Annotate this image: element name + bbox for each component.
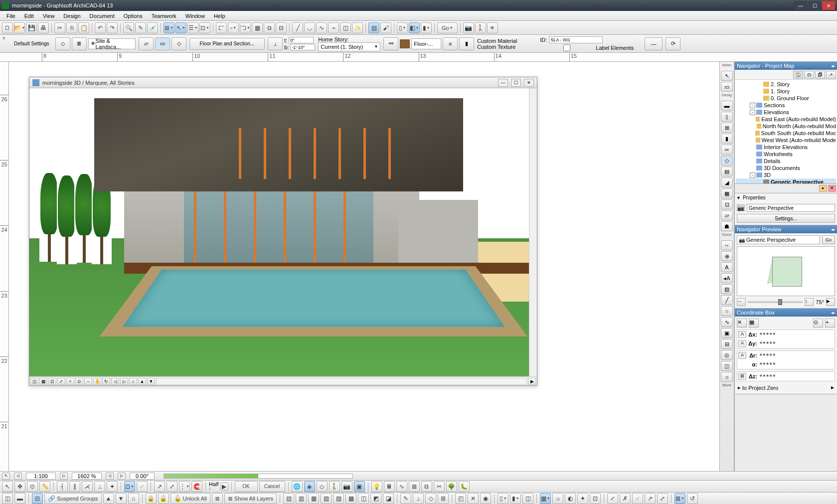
cb-special-icon[interactable]: ✦ — [107, 481, 118, 492]
gb-e3-icon[interactable]: ◫ — [522, 493, 533, 504]
gb-g5-icon[interactable]: ⤢ — [657, 493, 668, 504]
minimize-button[interactable]: — — [794, 1, 807, 10]
mesh-tool-icon[interactable]: ▦ — [721, 188, 733, 198]
cb-snap-mode-icon[interactable]: ⊡▼ — [124, 481, 135, 492]
tree-item[interactable]: West West (Auto-rebuild Mode — [736, 137, 836, 144]
camera-icon[interactable]: 📷 — [463, 22, 474, 33]
link-icon[interactable]: ⚯ — [383, 37, 398, 50]
close-button[interactable]: ✕ — [822, 1, 835, 10]
geometry-rect-icon[interactable]: ▭ — [155, 37, 170, 50]
gb-b9-icon[interactable]: ◪ — [383, 493, 394, 504]
nav-layout-icon[interactable]: 🗐 — [815, 71, 825, 79]
lock-y-icon[interactable]: A — [738, 340, 746, 347]
cb-axon-icon[interactable]: ◇ — [317, 481, 328, 492]
floor-combo[interactable]: Floor-... — [411, 38, 441, 49]
gb-h1-icon[interactable]: ⊠▼ — [674, 493, 685, 504]
spline2-tool-icon[interactable]: ∿ — [721, 317, 733, 327]
preview-zoom-in-icon[interactable]: ↕ — [805, 298, 814, 306]
scale-right-icon[interactable]: ▷ — [60, 473, 68, 480]
menu-document[interactable]: Document — [85, 12, 119, 20]
lock-x-icon[interactable]: A — [738, 331, 746, 338]
section-tool-icon[interactable]: ⊟ — [721, 339, 733, 349]
gb-g4-icon[interactable]: ↗ — [645, 493, 656, 504]
label-elements-checkbox[interactable] — [540, 44, 594, 51]
geometry-polygon-icon[interactable]: ▱ — [139, 37, 154, 50]
lock-z-icon[interactable]: ⊞ — [738, 373, 746, 380]
cb-walk2-icon[interactable]: 🚶 — [329, 481, 340, 492]
coord-reference[interactable]: to Project Zero — [742, 385, 778, 391]
navigator-tree[interactable]: 2. Story1. Story0. Ground Floor-Sections… — [735, 80, 837, 183]
3d-close-icon[interactable]: ✕ — [524, 79, 534, 87]
coord-origin-icon[interactable]: ✕ — [737, 319, 747, 328]
trace-icon[interactable]: ☰▼ — [187, 22, 198, 33]
story-up-icon[interactable]: ▲ — [138, 378, 146, 385]
wall-tool-icon[interactable]: ▬ — [721, 101, 733, 111]
pen-icon[interactable]: ▮ — [459, 37, 474, 50]
tree-item[interactable]: Worksheets — [736, 151, 836, 158]
syringe-icon[interactable]: 💉 — [147, 22, 158, 33]
nav-project-map-icon[interactable]: 🏠 — [793, 71, 803, 79]
coord-grid-icon[interactable]: ▦ — [749, 319, 759, 328]
ok-button[interactable]: OK — [235, 481, 258, 492]
cb-distribute-icon[interactable]: ⋮▼ — [179, 481, 190, 492]
elevation-icon[interactable]: ⟂ — [268, 37, 283, 50]
properties-collapse-icon[interactable]: ▼ — [736, 195, 741, 200]
object-tool-icon[interactable]: ☗ — [721, 221, 733, 231]
tree-item[interactable]: -Sections — [736, 102, 836, 109]
cb-trim-icon[interactable]: ✂ — [434, 481, 445, 492]
infobar-close-icon[interactable]: ✕ — [2, 36, 8, 42]
tree-item[interactable]: -3D — [736, 171, 836, 178]
cb-bug-icon[interactable]: 🐛 — [459, 481, 470, 492]
slab-tool-icon[interactable]: ◇ — [55, 37, 70, 50]
line-icon[interactable]: ╱ — [292, 22, 303, 33]
3d-minimize-icon[interactable]: — — [498, 79, 508, 87]
menu-window[interactable]: Window — [181, 12, 209, 20]
floorplan-section-button[interactable]: Floor Plan and Section... — [189, 38, 265, 50]
label-tool-icon[interactable]: ◂A — [721, 273, 733, 283]
magic-icon[interactable]: ✨ — [352, 22, 363, 33]
gb-b8-icon[interactable]: ◩ — [370, 493, 381, 504]
gb-f5-icon[interactable]: ⊡ — [590, 493, 601, 504]
circle-tool-icon[interactable]: ○ — [721, 306, 733, 316]
tree-item[interactable]: 1. Story — [736, 88, 836, 95]
gb-e1-icon[interactable]: ▯▼ — [498, 493, 508, 504]
line2-tool-icon[interactable]: ╱ — [721, 295, 733, 305]
cb-globe-icon[interactable]: 🌐 — [292, 481, 303, 492]
gb-g1-icon[interactable]: ✓ — [607, 493, 618, 504]
tree-item[interactable]: Details — [736, 158, 836, 165]
gb-f2-icon[interactable]: ☼ — [552, 493, 563, 504]
arc-icon[interactable]: ◡ — [304, 22, 315, 33]
floor-swatch[interactable] — [400, 39, 410, 48]
gb-lock-icon[interactable]: 🔒 — [146, 493, 157, 504]
preview-zoom-out-icon[interactable]: ↔ — [737, 298, 746, 306]
zoom-100-icon[interactable]: ⊙ — [75, 378, 83, 385]
window-tool-icon[interactable]: ⊞ — [721, 123, 733, 133]
cb-lamp-icon[interactable]: 💡 — [371, 481, 382, 492]
cb-parallel-icon[interactable]: ∥ — [69, 481, 80, 492]
distribute-icon[interactable]: ⫎▼ — [240, 22, 251, 33]
cb-ruler-icon[interactable]: 📏 — [39, 481, 50, 492]
redo-icon[interactable]: ↷ — [107, 22, 118, 33]
settings-button[interactable]: Settings... — [737, 214, 835, 223]
gb-c3-icon[interactable]: ◇ — [425, 493, 436, 504]
gb-unlock-icon[interactable]: 🔓 — [158, 493, 169, 504]
timeline-slider[interactable] — [164, 474, 353, 479]
curtain-tool-icon[interactable]: ⊡ — [721, 199, 733, 209]
lamp-tool-icon[interactable]: ☼ — [721, 372, 733, 382]
mirror-icon[interactable]: ⧉ — [264, 22, 275, 33]
cb-cam2-icon[interactable]: 📷 — [341, 481, 352, 492]
gb-f4-icon[interactable]: ✦ — [577, 493, 588, 504]
level-tool-icon[interactable]: ⊕ — [721, 251, 733, 261]
hatch-icon[interactable]: ≡ — [443, 37, 458, 50]
gb-g2-icon[interactable]: ✗ — [620, 493, 631, 504]
zoom-icon[interactable]: 🔍 — [123, 22, 134, 33]
zoom-fit-icon[interactable]: ⤢ — [57, 378, 65, 385]
menu-teamwork[interactable]: Teamwork — [147, 12, 181, 20]
suspend-groups-button[interactable]: 🔗 Suspend Groups — [44, 493, 102, 504]
gb-b2-icon[interactable]: ▥ — [296, 493, 307, 504]
cb-calc-icon[interactable]: 🖩 — [384, 481, 395, 492]
zoom-in-icon[interactable]: + — [66, 378, 74, 385]
3d-scrollbar-horizontal[interactable] — [156, 378, 527, 385]
properties-name-input[interactable] — [747, 204, 835, 212]
default-settings-label[interactable]: Default Settings — [11, 41, 52, 46]
